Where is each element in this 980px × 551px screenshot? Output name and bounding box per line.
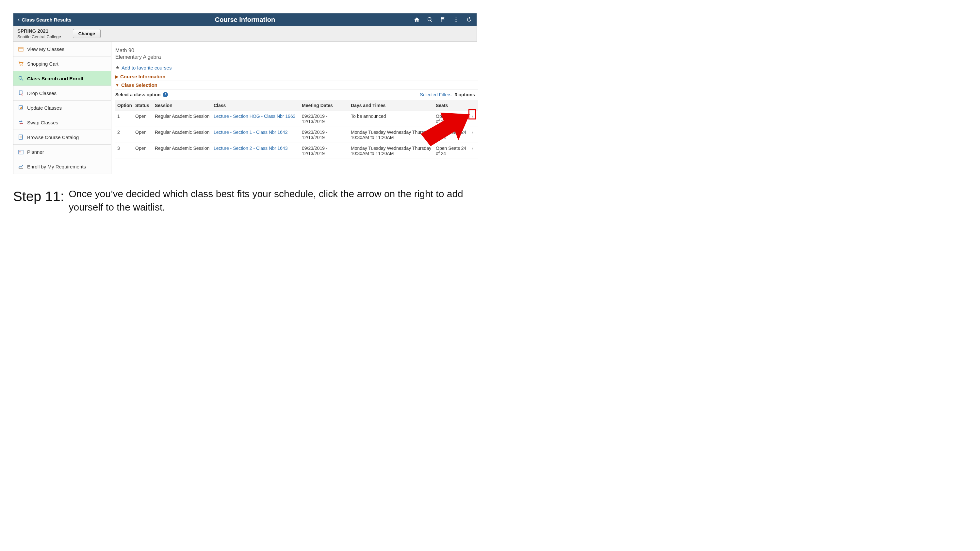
cell-session: Regular Academic Session [153,111,212,127]
star-icon: ★ [115,65,119,70]
sidebar-item-class-search-enroll[interactable]: Class Search and Enroll [13,71,111,86]
sidebar-item-planner[interactable]: Planner [13,144,111,159]
sidebar-item-label: Planner [27,149,44,155]
cell-meeting: 09/23/2019 -12/13/2019 [300,143,349,159]
term-text: SPRING 2021 Seattle Central College [18,28,61,40]
app-window: ‹ Class Search Results Course Informatio… [13,13,477,174]
sidebar-item-browse-catalog[interactable]: Browse Course Catalog [13,130,111,144]
home-icon[interactable] [414,17,420,22]
course-info-toggle[interactable]: ▶ Course Information [115,73,478,81]
institution-label: Seattle Central College [18,34,61,40]
svg-point-2 [456,21,457,22]
page-title: Course Information [215,16,275,24]
cell-seats: Open Seats 10 of 10 [434,111,470,127]
add-favorite-link[interactable]: Add to favorite courses [121,65,172,70]
kebab-menu-icon[interactable] [453,17,459,22]
col-option: Option [115,100,133,111]
caption: Step 11: Once you’ve decided which class… [13,187,477,214]
row-select-arrow[interactable]: › [470,127,478,143]
sidebar-item-label: Swap Classes [27,120,58,125]
class-selection-toggle[interactable]: ▼ Class Selection [115,81,478,89]
select-class-row: Select a class option i Selected Filters… [115,89,478,100]
cell-session: Regular Academic Session [153,143,212,159]
search-icon[interactable] [427,17,433,22]
class-link[interactable]: Lecture - Section HOG - Class Nbr 1963 [214,114,296,119]
cell-seats: Open Seats 24 of 24 [434,143,470,159]
sidebar-item-drop-classes[interactable]: Drop Classes [13,86,111,100]
sidebar-item-label: Update Classes [27,105,62,111]
sidebar-item-update-classes[interactable]: Update Classes [13,100,111,115]
calendar-icon [18,46,24,52]
cell-session: Regular Academic Session [153,127,212,143]
course-name: Elementary Algebra [115,54,478,60]
cell-days: Monday Tuesday Wednesday Thursday10:30AM… [349,143,434,159]
top-header: ‹ Class Search Results Course Informatio… [13,13,477,26]
cell-status: Open [133,127,153,143]
pencil-icon [18,105,24,111]
cell-class: Lecture - Section 1 - Class Nbr 1642 [212,127,300,143]
col-class: Class [212,100,300,111]
class-link[interactable]: Lecture - Section 2 - Class Nbr 1643 [214,146,288,151]
select-class-label: Select a class option [115,92,161,97]
svg-line-8 [22,79,23,81]
swap-icon [18,119,24,125]
term-bar: SPRING 2021 Seattle Central College Chan… [13,26,477,42]
main-content: Math 90 Elementary Algebra ★ Add to favo… [111,42,478,174]
cell-option: 2 [115,127,133,143]
col-session: Session [153,100,212,111]
cell-meeting: 09/23/2019 -12/13/2019 [300,111,349,127]
row-select-arrow[interactable]: › [470,143,478,159]
sidebar-item-label: Browse Course Catalog [27,135,79,140]
refresh-icon[interactable] [466,17,472,22]
cell-days: To be announced [349,111,434,127]
table-row[interactable]: 3OpenRegular Academic SessionLecture - S… [115,143,478,159]
cell-status: Open [133,143,153,159]
cart-icon [18,61,24,67]
cell-meeting: 09/23/2019 -12/13/2019 [300,127,349,143]
svg-rect-11 [22,94,23,95]
change-term-button[interactable]: Change [73,29,100,38]
magnifier-icon [18,75,24,81]
table-header-row: Option Status Session Class Meeting Date… [115,100,478,111]
back-button[interactable]: ‹ Class Search Results [13,17,76,22]
cell-days: Monday Tuesday Wednesday Thursday10:30AM… [349,127,434,143]
cell-option: 3 [115,143,133,159]
back-label: Class Search Results [22,17,72,22]
planner-icon [18,149,24,155]
class-options-table: Option Status Session Class Meeting Date… [115,100,478,159]
step-text: Once you’ve decided which class best fit… [68,187,477,214]
sidebar-item-swap-classes[interactable]: Swap Classes [13,115,111,130]
table-row[interactable]: 2OpenRegular Academic SessionLecture - S… [115,127,478,143]
caret-right-icon: ▶ [115,75,118,79]
sidebar-item-view-my-classes[interactable]: View My Classes [13,42,111,57]
svg-point-0 [456,17,457,18]
col-status: Status [133,100,153,111]
cell-option: 1 [115,111,133,127]
cell-status: Open [133,111,153,127]
class-link[interactable]: Lecture - Section 1 - Class Nbr 1642 [214,130,288,135]
term-label: SPRING 2021 [18,28,61,34]
svg-rect-16 [19,150,23,154]
flag-icon[interactable] [440,17,446,22]
sidebar: View My Classes Shopping Cart Class Sear… [13,42,111,174]
svg-rect-17 [20,151,21,152]
selected-filters-link[interactable]: Selected Filters [420,92,451,97]
options-count: 3 options [455,92,475,97]
info-icon[interactable]: i [163,92,168,97]
cell-class: Lecture - Section HOG - Class Nbr 1963 [212,111,300,127]
chart-line-icon [18,164,24,170]
course-info-label: Course Information [120,74,165,79]
sidebar-item-label: Class Search and Enroll [27,76,83,81]
step-number: Step 11: [13,187,64,206]
course-code: Math 90 [115,48,478,54]
svg-rect-3 [19,47,23,51]
drop-icon [18,90,24,96]
sidebar-item-shopping-cart[interactable]: Shopping Cart [13,57,111,71]
col-seats: Seats [434,100,470,111]
add-favorite-row: ★ Add to favorite courses [115,65,478,70]
caret-down-icon: ▼ [115,83,119,87]
sidebar-item-enroll-requirements[interactable]: Enroll by My Requirements [13,159,111,174]
table-row[interactable]: 1OpenRegular Academic SessionLecture - S… [115,111,478,127]
row-select-arrow[interactable]: › [470,111,478,127]
catalog-icon [18,134,24,140]
